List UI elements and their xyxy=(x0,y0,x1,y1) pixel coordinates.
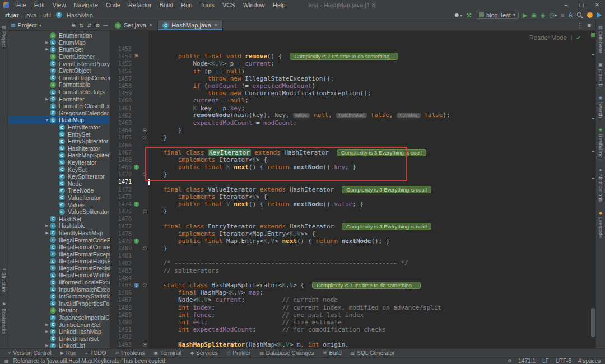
toolwindow-problems[interactable]: ⊙Problems xyxy=(115,350,145,356)
toolwindow-run[interactable]: ▶Run xyxy=(61,350,77,356)
code-line[interactable]: 1472 final class ValueIterator extends H… xyxy=(110,186,595,193)
editor-scrollbar[interactable] xyxy=(590,31,595,348)
sidebar-item-search[interactable]: ◉Search xyxy=(598,95,603,118)
menu-tools[interactable]: Tools xyxy=(196,2,218,8)
tree-expand-icon[interactable]: ▶ xyxy=(44,97,50,101)
menu-vcs[interactable]: VCS xyxy=(218,2,239,8)
ide-settings-icon[interactable]: ⚙ xyxy=(508,358,511,363)
tree-item[interactable]: ▶CLinkedList xyxy=(8,342,110,348)
tree-item[interactable]: CValues xyxy=(8,201,110,208)
toolwindow-version-control[interactable]: YVersion Control xyxy=(8,350,52,356)
tab-set-java[interactable]: ISet.java✕ xyxy=(110,20,158,30)
user-account-icon[interactable]: ☻▾ xyxy=(453,10,462,20)
error-stripe-mark[interactable] xyxy=(592,151,594,152)
code-line[interactable]: 1481 xyxy=(110,252,595,259)
run-configuration-select[interactable]: blog.Test ▾ xyxy=(476,11,519,19)
tree-item[interactable]: CValueIterator xyxy=(8,194,110,202)
profiler-button[interactable]: ◷▾ xyxy=(549,10,557,20)
override-icon[interactable]: ↑ xyxy=(134,202,139,207)
toolwindow-services[interactable]: ◆Services xyxy=(190,350,218,356)
close-button[interactable]: ✕ xyxy=(589,0,605,10)
code-line[interactable]: 1461 K key = p.key; xyxy=(110,105,595,112)
tree-expand-icon[interactable]: ▶ xyxy=(44,40,50,45)
tree-item[interactable]: CGregorianCalendar xyxy=(8,110,110,117)
tree-item[interactable]: CIllegalFormatFlagsExcep xyxy=(8,258,110,265)
tree-item[interactable]: ▶CHashtable xyxy=(8,222,110,230)
plugin-codota-icon[interactable] xyxy=(587,12,593,18)
tree-item[interactable]: CInputMismatchException xyxy=(8,286,110,293)
tree-expand-icon[interactable]: ▶ xyxy=(44,47,50,52)
menu-help[interactable]: Help xyxy=(269,2,290,8)
tree-item[interactable]: IEnumeration xyxy=(8,32,110,39)
build-hammer-icon[interactable]: ⚒ xyxy=(466,11,472,20)
code-line[interactable]: 1491 int expectedModCount; // for comodi… xyxy=(110,326,595,333)
tree-item[interactable]: CValueSpliterator xyxy=(8,208,110,216)
code-line[interactable]: 1460 current = null; xyxy=(110,97,595,104)
menu-view[interactable]: View xyxy=(49,2,70,8)
maximize-button[interactable]: ▢ xyxy=(574,0,589,10)
sidebar-item-bookmarks[interactable]: ⚑Bookmarks xyxy=(1,302,7,334)
minimize-button[interactable]: – xyxy=(558,0,574,10)
tree-item[interactable]: CFormattableFlags xyxy=(8,88,110,96)
menu-window[interactable]: Window xyxy=(239,2,269,8)
code-editor[interactable]: Reader Mode ✔ 14531454⚑ public final voi… xyxy=(110,31,595,348)
code-line[interactable]: 1454⚑ public final void remove() {Comple… xyxy=(110,53,595,60)
tree-item[interactable]: CEntrySet xyxy=(8,130,110,138)
code-line[interactable]: 1478 implements Iterator<Map.Entry<K,V>>… xyxy=(110,230,595,237)
tree-item[interactable]: CEntryIterator xyxy=(8,124,110,131)
code-line[interactable]: 1492 xyxy=(110,333,595,340)
reader-mode-toggle[interactable]: Reader Mode ✔ xyxy=(529,34,581,41)
collapse-all-icon[interactable]: ⇵ xyxy=(87,22,92,29)
tree-item[interactable]: CNode xyxy=(8,180,110,187)
code-line[interactable]: 1463 expectedModCount = modCount; xyxy=(110,119,595,127)
tree-expand-icon[interactable]: ▶ xyxy=(44,329,50,334)
tree-item[interactable]: CHashMapSpliterator xyxy=(8,152,110,159)
tab-list-icon[interactable]: ≡ xyxy=(588,22,591,29)
fold-marker-icon[interactable] xyxy=(143,209,147,213)
menu-edit[interactable]: Edit xyxy=(30,2,49,8)
code-line[interactable]: 1466 xyxy=(110,141,595,148)
tree-item[interactable]: CEventListenerProxy xyxy=(8,60,110,67)
sidebar-item-structure[interactable]: ≡Structure xyxy=(1,268,7,293)
tree-item[interactable]: CEventObject xyxy=(8,67,110,74)
bookmark-icon[interactable]: ⚑ xyxy=(134,53,138,59)
coverage-button[interactable]: ◈ xyxy=(541,11,545,20)
tab-hashmap-java[interactable]: CHashMap.java✕ xyxy=(158,20,223,30)
code-line[interactable]: 1479↑ public final Map.Entry<K,V> next()… xyxy=(110,237,595,245)
inspection-status-icon[interactable] xyxy=(591,33,595,37)
tree-item[interactable]: CKeySpliterator xyxy=(8,173,110,180)
tree-item[interactable]: ▶CLinkedHashMap xyxy=(8,328,110,335)
code-line[interactable]: 1457 throw new IllegalStateException(); xyxy=(110,75,595,82)
breadcrumb-item[interactable]: java xyxy=(24,12,38,18)
indent-style[interactable]: 4 spaces xyxy=(578,358,601,364)
tree-item[interactable]: CJapaneseImperialCalenda xyxy=(8,314,110,321)
code-line[interactable]: 1482 /* --------------------------------… xyxy=(110,259,595,267)
sidebar-item-notifications[interactable]: ●Notifications xyxy=(598,167,603,202)
error-stripe-mark[interactable] xyxy=(592,178,594,179)
fold-marker-icon[interactable] xyxy=(143,172,147,176)
code-line[interactable]: 1488 int index; // current index, modifi… xyxy=(110,304,595,311)
code-line[interactable]: 1468 implements Iterator<K> { xyxy=(110,156,595,164)
debug-button[interactable]: ◉ xyxy=(531,11,537,20)
code-line[interactable]: 1462 removeNode(hash(key), key, value: n… xyxy=(110,112,595,119)
tree-item[interactable]: CLinkedHashSet xyxy=(8,335,110,343)
breadcrumb-item[interactable]: util xyxy=(41,12,53,18)
code-line[interactable]: 1473 implements Iterator<V> { xyxy=(110,193,595,200)
toolwindow-database-changes[interactable]: ▤Database Changes xyxy=(259,350,314,356)
run-button[interactable]: ▶ xyxy=(523,11,527,20)
code-line[interactable]: 1455 Node<K,V> p = current; xyxy=(110,60,595,67)
sidebar-item-leetcode[interactable]: ◆Leetcode xyxy=(598,211,603,238)
error-stripe-mark[interactable] xyxy=(592,54,594,55)
tree-item[interactable]: CIntSummaryStatistics xyxy=(8,293,110,300)
tree-expand-icon[interactable]: ▶ xyxy=(44,343,50,348)
code-line[interactable]: 1464 } xyxy=(110,127,595,134)
tree-expand-icon[interactable]: ▼ xyxy=(44,118,50,122)
error-stripe-mark[interactable] xyxy=(592,118,594,119)
tree-item[interactable]: CIllegalFormatConversionE xyxy=(8,244,110,251)
code-line[interactable]: 1453 xyxy=(110,45,595,53)
fold-marker-icon[interactable] xyxy=(143,343,147,347)
tree-item[interactable]: ▶CEnumSet xyxy=(8,46,110,53)
code-line[interactable]: 1459 throw new ConcurrentModificationExc… xyxy=(110,90,595,97)
tool-window-switcher-icon[interactable]: ▦ xyxy=(4,358,9,363)
menu-refactor[interactable]: Refactor xyxy=(124,2,156,8)
